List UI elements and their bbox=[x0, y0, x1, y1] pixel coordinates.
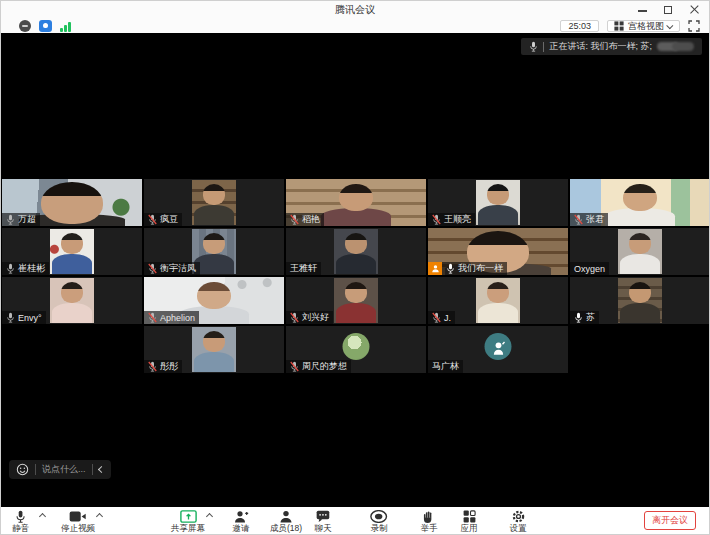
meeting-info-icon[interactable] bbox=[19, 20, 31, 32]
maximize-button[interactable] bbox=[663, 4, 675, 16]
participant-tile[interactable]: 万超 bbox=[2, 179, 142, 226]
person-silhouette bbox=[345, 282, 368, 303]
view-mode-selector[interactable]: 宫格视图 bbox=[607, 20, 680, 32]
header-right: 25:03 宫格视图 bbox=[560, 20, 701, 32]
participant-tile[interactable]: J. bbox=[428, 277, 568, 324]
chat-icon bbox=[295, 509, 351, 523]
person-silhouette bbox=[194, 352, 234, 372]
participant-video bbox=[50, 229, 94, 274]
participant-tile[interactable]: 马广林 bbox=[428, 326, 568, 373]
participant-name: 苏 bbox=[586, 311, 595, 324]
participant-name: 周尺的梦想 bbox=[302, 360, 347, 373]
toolbar-button-chat[interactable]: 聊天 bbox=[295, 509, 351, 535]
participant-tile[interactable]: 周尺的梦想 bbox=[286, 326, 426, 373]
participant-nameplate: 万超 bbox=[2, 213, 40, 226]
toolbar-button-apps[interactable]: 应用 bbox=[441, 509, 497, 535]
participant-nameplate: 我们布一样 bbox=[428, 262, 507, 275]
participant-tile[interactable]: 苏 bbox=[570, 277, 710, 324]
window-controls bbox=[637, 1, 705, 19]
participant-tile[interactable]: 衡宇洁凤 bbox=[144, 228, 284, 275]
nameplate-inner: 我们布一样 bbox=[442, 262, 507, 275]
toolbar-button-microphone[interactable]: 静音 bbox=[0, 509, 49, 535]
participant-tile[interactable]: 张君 bbox=[570, 179, 710, 226]
participant-tile[interactable]: 疯豆 bbox=[144, 179, 284, 226]
nameplate-inner: 疯豆 bbox=[144, 213, 182, 226]
grid-view-icon bbox=[614, 21, 624, 31]
toolbar-button-settings[interactable]: 设置 bbox=[490, 509, 546, 535]
mic-muted-icon bbox=[574, 214, 583, 225]
participant-name: 马广林 bbox=[432, 360, 459, 373]
person-silhouette bbox=[487, 184, 510, 205]
avatar bbox=[485, 333, 512, 360]
participant-tile[interactable]: 刘兴好 bbox=[286, 277, 426, 324]
security-shield-icon[interactable] bbox=[39, 20, 52, 32]
participant-tile[interactable]: 彤彤 bbox=[144, 326, 284, 373]
emoji-icon[interactable] bbox=[16, 463, 29, 476]
status-icons bbox=[19, 20, 71, 32]
nameplate-inner: Oxygen bbox=[570, 262, 609, 275]
mic-muted-icon bbox=[432, 214, 441, 225]
participant-nameplate: J. bbox=[428, 311, 455, 324]
participant-video bbox=[192, 180, 236, 225]
participant-nameplate: 疯豆 bbox=[144, 213, 182, 226]
toolbar-button-label: 停止视频 bbox=[50, 524, 106, 532]
participant-tile[interactable]: 崔桂彬 bbox=[2, 228, 142, 275]
minimize-button[interactable] bbox=[637, 4, 649, 16]
chat-input-placeholder[interactable]: 说点什么... bbox=[42, 463, 86, 476]
leave-meeting-button[interactable]: 离开会议 bbox=[644, 511, 696, 530]
participant-tile[interactable]: Oxygen bbox=[570, 228, 710, 275]
meeting-timer: 25:03 bbox=[560, 20, 599, 32]
nameplate-inner: 崔桂彬 bbox=[2, 262, 49, 275]
person-silhouette bbox=[478, 205, 518, 225]
participant-tile[interactable]: 王雅轩 bbox=[286, 228, 426, 275]
participant-tile[interactable]: 王顺亮 bbox=[428, 179, 568, 226]
toolbar-button-share-screen[interactable]: 共享屏幕 bbox=[160, 509, 216, 535]
close-button[interactable] bbox=[689, 4, 701, 16]
nameplate-inner: 万超 bbox=[2, 213, 40, 226]
mic-muted-icon bbox=[148, 312, 157, 323]
person-silhouette bbox=[41, 182, 103, 223]
participant-tile[interactable]: 稻艳 bbox=[286, 179, 426, 226]
participant-name: 稻艳 bbox=[302, 213, 320, 226]
participant-name: 刘兴好 bbox=[302, 311, 329, 324]
person-silhouette bbox=[487, 282, 510, 303]
toolbar-button-label: 录制 bbox=[351, 524, 407, 532]
nameplate-inner: Envy° bbox=[2, 311, 46, 324]
participant-video bbox=[618, 278, 662, 323]
participant-name: J. bbox=[444, 313, 451, 323]
participant-video bbox=[476, 278, 520, 323]
person-silhouette bbox=[620, 254, 660, 274]
toolbar-button-record[interactable]: 录制 bbox=[351, 509, 407, 535]
participant-tile[interactable]: 我们布一样 bbox=[428, 228, 568, 275]
network-signal-icon[interactable] bbox=[60, 21, 71, 32]
mic-icon bbox=[574, 312, 583, 323]
host-badge-icon bbox=[428, 262, 442, 275]
participant-name: 衡宇洁凤 bbox=[160, 262, 196, 275]
toolbar-button-label: 应用 bbox=[441, 524, 497, 532]
participant-tile[interactable]: Aphelion bbox=[144, 277, 284, 324]
record-icon bbox=[351, 509, 407, 523]
person-silhouette bbox=[336, 303, 376, 323]
nameplate-inner: 马广林 bbox=[428, 360, 463, 373]
mic-icon bbox=[6, 312, 15, 323]
participant-nameplate: 苏 bbox=[570, 311, 599, 324]
toolbar-button-camera[interactable]: 停止视频 bbox=[50, 509, 106, 535]
toolbar-button-label: 共享屏幕 bbox=[160, 524, 216, 532]
mic-muted-icon bbox=[148, 214, 157, 225]
participant-name: 万超 bbox=[18, 213, 36, 226]
nameplate-inner: Aphelion bbox=[144, 311, 199, 324]
avatar bbox=[343, 333, 370, 360]
person-silhouette bbox=[629, 233, 652, 254]
fullscreen-button[interactable] bbox=[688, 20, 701, 32]
participant-tile[interactable]: Envy° bbox=[2, 277, 142, 324]
chat-bar[interactable]: 说点什么... bbox=[9, 460, 111, 479]
fullscreen-icon bbox=[688, 20, 700, 32]
participant-nameplate: 张君 bbox=[570, 213, 608, 226]
participant-nameplate: Oxygen bbox=[570, 262, 609, 275]
settings-icon bbox=[490, 509, 546, 523]
person-silhouette bbox=[61, 282, 84, 303]
nameplate-inner: 衡宇洁凤 bbox=[144, 262, 200, 275]
person-silhouette bbox=[345, 233, 368, 254]
participant-name: Aphelion bbox=[160, 313, 195, 323]
collapse-chat-icon[interactable] bbox=[97, 466, 104, 473]
